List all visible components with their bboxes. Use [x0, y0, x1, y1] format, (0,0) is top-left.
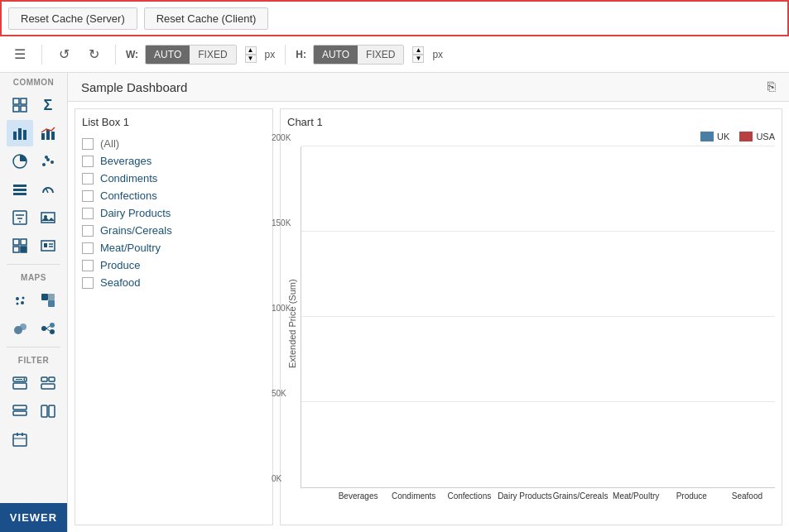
list-item-beverages[interactable]: Beverages — [82, 152, 266, 170]
width-auto-button[interactable]: AUTO — [146, 46, 190, 64]
gauge-icon[interactable] — [35, 176, 61, 203]
height-label: H: — [296, 49, 306, 60]
filter-dropdown-icon[interactable] — [7, 370, 33, 396]
svg-rect-56 — [49, 405, 55, 417]
combo-chart-icon[interactable] — [35, 120, 61, 146]
filter-multi-icon[interactable] — [35, 398, 61, 424]
filter-search-icon[interactable] — [7, 398, 33, 424]
legend-usa-swatch — [739, 132, 753, 141]
legend-uk-label: UK — [717, 132, 729, 141]
undo-button[interactable]: ↺ — [52, 43, 75, 66]
list-checkbox-beverages[interactable] — [82, 156, 94, 167]
svg-rect-4 — [13, 132, 17, 140]
reset-cache-client-button[interactable]: Reset Cache (Client) — [144, 7, 269, 30]
list-box-title: List Box 1 — [82, 116, 266, 128]
list-item-label-meat: Meat/Poultry — [100, 242, 161, 254]
list-item-label-condiments: Condiments — [100, 172, 157, 185]
list-item-grains[interactable]: Grains/Cereals — [82, 222, 266, 239]
calendar-icon[interactable] — [7, 426, 33, 453]
svg-rect-50 — [41, 377, 47, 381]
svg-rect-28 — [21, 247, 26, 252]
selection-filter-icon[interactable] — [7, 232, 33, 259]
list-item-meat[interactable]: Meat/Poultry — [82, 239, 266, 256]
x-label-group-4: Grains/Cereals — [553, 491, 609, 501]
svg-rect-54 — [13, 411, 26, 415]
width-fixed-button[interactable]: FIXED — [190, 46, 235, 64]
image2-icon[interactable] — [35, 232, 61, 259]
legend-uk-swatch — [700, 132, 714, 141]
list-item-condiments[interactable]: Condiments — [82, 170, 266, 187]
height-fixed-button[interactable]: FIXED — [358, 46, 403, 64]
list-item-produce[interactable]: Produce — [82, 256, 266, 274]
list-widget-icon[interactable] — [7, 176, 33, 203]
legend-uk: UK — [700, 132, 729, 141]
x-label-group-0: Beverages — [330, 491, 386, 501]
svg-rect-51 — [49, 377, 55, 381]
height-up-button[interactable]: ▲ — [412, 46, 424, 55]
sigma-icon[interactable]: Σ — [35, 92, 61, 118]
list-checkbox-seafood[interactable] — [82, 277, 94, 289]
table-icon[interactable] — [7, 92, 33, 118]
dashboard-title: Sample Dashboard — [81, 80, 187, 94]
menu-icon-button[interactable]: ☰ — [8, 43, 31, 66]
list-checkbox-meat[interactable] — [82, 242, 94, 254]
viewer-tab[interactable]: VIEWER — [0, 503, 67, 532]
svg-rect-39 — [48, 294, 55, 300]
svg-point-35 — [17, 303, 19, 305]
toolbar-separator-1 — [41, 45, 42, 65]
chart-plot: 200K 150K 100K 50K 0K — [301, 146, 775, 488]
height-auto-button[interactable]: AUTO — [314, 46, 358, 64]
bubble-map-icon[interactable] — [7, 315, 33, 342]
legend-usa: USA — [739, 132, 775, 141]
list-item-label-seafood: Seafood — [100, 276, 140, 289]
list-item-label-grains: Grains/Cereals — [100, 224, 172, 237]
reset-cache-server-button[interactable]: Reset Cache (Server) — [8, 7, 137, 30]
list-checkbox-all[interactable] — [82, 138, 94, 150]
pie-chart-icon[interactable] — [7, 148, 33, 175]
main-layout: COMMON Σ — [0, 73, 789, 532]
chart-area: Extended Price (Sum) 200K 150K 100K 50K — [287, 146, 775, 501]
width-down-button[interactable]: ▼ — [245, 55, 257, 63]
x-axis: BeveragesCondimentsConfectionsDairy Prod… — [301, 491, 775, 501]
svg-point-14 — [45, 156, 48, 159]
list-checkbox-produce[interactable] — [82, 260, 94, 271]
list-item-confections[interactable]: Confections — [82, 187, 266, 204]
image-icon[interactable] — [35, 204, 61, 231]
width-label: W: — [126, 49, 138, 60]
menu-icon: ☰ — [14, 46, 26, 62]
svg-rect-0 — [13, 98, 19, 104]
list-item-seafood[interactable]: Seafood — [82, 274, 266, 291]
network-map-icon[interactable] — [35, 315, 61, 342]
width-up-button[interactable]: ▲ — [245, 46, 257, 55]
svg-point-13 — [51, 161, 54, 164]
map-area-icon[interactable] — [35, 287, 61, 314]
svg-rect-2 — [13, 106, 19, 112]
list-checkbox-condiments[interactable] — [82, 173, 94, 185]
filter-widget-icon[interactable] — [7, 204, 33, 231]
bar-chart-icon[interactable] — [7, 120, 33, 146]
redo-button[interactable]: ↻ — [82, 43, 105, 66]
height-down-button[interactable]: ▼ — [412, 55, 424, 63]
y-axis-label: Extended Price (Sum) — [287, 146, 297, 501]
list-checkbox-dairy[interactable] — [82, 208, 94, 219]
width-spinner: ▲ ▼ — [245, 46, 257, 63]
y-tick-50k: 50K — [272, 389, 286, 398]
svg-rect-9 — [51, 132, 55, 140]
svg-rect-57 — [13, 434, 26, 446]
list-item-dairy[interactable]: Dairy Products — [82, 204, 266, 222]
svg-rect-23 — [41, 213, 55, 223]
list-item-all[interactable]: (All) — [82, 135, 266, 152]
share-icon[interactable]: ⎘ — [767, 79, 776, 94]
svg-rect-30 — [44, 243, 47, 247]
y-tick-0k: 0K — [272, 474, 281, 483]
map-point-icon[interactable] — [7, 287, 33, 314]
list-checkbox-grains[interactable] — [82, 225, 94, 237]
scatter-icon[interactable] — [35, 148, 61, 175]
filter-range-icon[interactable] — [35, 370, 61, 396]
sidebar-divider-2 — [7, 347, 60, 347]
list-item-label-produce: Produce — [100, 259, 140, 271]
x-label-bottom-3: Dairy Products — [497, 491, 552, 501]
bar-groups — [301, 146, 775, 487]
list-checkbox-confections[interactable] — [82, 190, 94, 202]
chart-title: Chart 1 — [287, 116, 775, 128]
